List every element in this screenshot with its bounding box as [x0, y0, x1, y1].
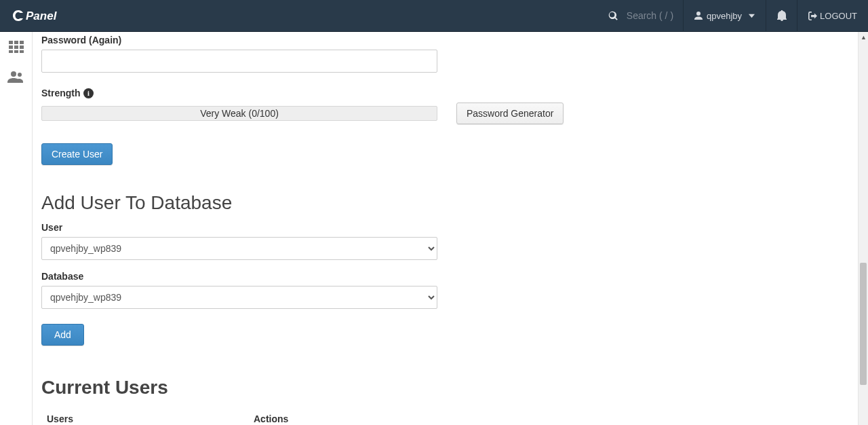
svg-rect-2: [14, 41, 18, 44]
password-generator-button[interactable]: Password Generator: [456, 103, 564, 124]
caret-down-icon: [749, 13, 755, 19]
user-menu[interactable]: qpvehjby: [683, 0, 766, 32]
scrollbar-thumb[interactable]: [860, 263, 867, 385]
header-search[interactable]: Search ( / ): [599, 10, 683, 21]
user-select[interactable]: qpvehjby_wp839: [41, 237, 437, 260]
user-select-label: User: [41, 222, 868, 233]
main-content: Password (Again) Strength i Very Weak (0…: [33, 32, 868, 425]
user-icon: [694, 12, 703, 20]
svg-point-11: [18, 73, 22, 77]
svg-point-10: [11, 71, 16, 77]
add-button[interactable]: Add: [41, 324, 84, 346]
notifications-button[interactable]: [766, 0, 797, 32]
svg-rect-5: [14, 45, 18, 49]
database-select[interactable]: qpvehjby_wp839: [41, 286, 437, 309]
svg-text:Panel: Panel: [26, 10, 58, 22]
sidebar-item-home[interactable]: [0, 32, 32, 62]
database-select-label: Database: [41, 271, 868, 282]
username-label: qpvehjby: [707, 11, 742, 21]
svg-text:i: i: [87, 90, 90, 97]
strength-meter: Very Weak (0/100): [41, 106, 437, 121]
svg-rect-4: [9, 45, 13, 49]
strength-label: Strength: [41, 88, 81, 98]
password-again-label: Password (Again): [41, 35, 868, 45]
cpanel-logo[interactable]: Panel: [12, 8, 73, 23]
svg-rect-1: [9, 41, 13, 44]
column-header-actions: Actions: [248, 407, 852, 425]
logout-button[interactable]: LOGOUT: [797, 0, 868, 32]
svg-rect-7: [9, 50, 13, 53]
vertical-scrollbar[interactable]: ▲: [858, 32, 868, 425]
current-users-table: Users Actions qpvehjby_wp839 Change Pass…: [41, 407, 852, 425]
svg-rect-9: [20, 50, 24, 53]
create-user-button[interactable]: Create User: [41, 143, 113, 165]
info-icon[interactable]: i: [83, 88, 94, 98]
svg-rect-6: [20, 45, 24, 49]
grid-icon: [9, 41, 24, 53]
top-header: Panel Search ( / ) qpvehjby LOGOUT: [0, 0, 868, 32]
bell-icon: [777, 10, 787, 21]
logout-label: LOGOUT: [820, 11, 857, 21]
search-icon[interactable]: [608, 11, 618, 21]
svg-rect-8: [14, 50, 18, 53]
current-users-heading: Current Users: [41, 377, 868, 399]
svg-rect-3: [20, 41, 24, 44]
scroll-up-arrow[interactable]: ▲: [859, 32, 868, 42]
users-icon: [7, 71, 25, 83]
sidebar-item-user-manager[interactable]: [0, 62, 32, 92]
logout-icon: [808, 12, 817, 20]
sidebar: [0, 32, 33, 425]
password-again-input[interactable]: [41, 50, 437, 73]
add-user-to-database-heading: Add User To Database: [41, 192, 868, 214]
column-header-users: Users: [41, 407, 248, 425]
search-placeholder: Search ( / ): [627, 10, 673, 21]
